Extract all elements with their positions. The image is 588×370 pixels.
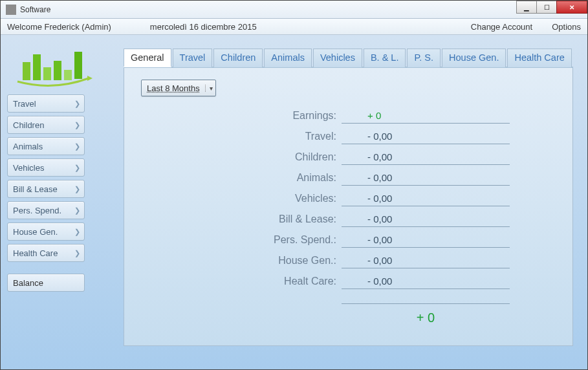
- sidebar-item-label: Animals: [13, 142, 43, 151]
- close-button[interactable]: [556, 1, 587, 14]
- sidebar-item-travel[interactable]: Travel❯: [7, 94, 85, 113]
- svg-rect-2: [33, 54, 41, 80]
- sidebar-item-vehicles[interactable]: Vehicles❯: [7, 158, 85, 177]
- row-pers-spend: Pers. Spend.:- 0,00: [232, 230, 510, 250]
- minimize-button[interactable]: [516, 1, 537, 14]
- welcome-text: Welcome Frederick (Admin): [7, 22, 111, 32]
- row-house-gen: House Gen.:- 0,00: [232, 250, 510, 271]
- tab-strip: General Travel Children Animals Vehicles…: [124, 48, 573, 68]
- row-value: - 0,00: [342, 170, 510, 186]
- tab-bl[interactable]: B. & L.: [364, 49, 406, 67]
- window-controls: [517, 1, 587, 14]
- sidebar-item-pers-spend[interactable]: Pers. Spend.❯: [7, 201, 85, 219]
- change-account-link[interactable]: Change Account: [471, 22, 532, 32]
- app-icon: [6, 5, 16, 15]
- row-children: Children:- 0,00: [232, 147, 510, 168]
- sidebar-item-bill-lease[interactable]: Bill & Lease❯: [7, 180, 85, 198]
- svg-rect-1: [23, 62, 30, 80]
- row-label: Pers. Spend.:: [232, 234, 342, 246]
- row-value: - 0,00: [342, 253, 510, 268]
- row-value: - 0,00: [342, 232, 510, 248]
- window-title: Software: [20, 5, 50, 14]
- date-text: mercoledì 16 dicembre 2015: [150, 22, 257, 32]
- sidebar-item-balance[interactable]: Balance: [7, 274, 85, 292]
- tab-general[interactable]: General: [124, 49, 171, 67]
- row-animals: Animals:- 0,00: [232, 168, 510, 188]
- row-label: Travel:: [232, 131, 342, 142]
- summary-rows: Earnings:+ 0 Travel:- 0,00 Children:- 0,…: [232, 105, 510, 325]
- chevron-right-icon: ❯: [74, 185, 80, 193]
- svg-rect-6: [74, 52, 82, 79]
- titlebar[interactable]: Software: [1, 1, 587, 19]
- row-bill-lease: Bill & Lease:- 0,00: [232, 209, 510, 230]
- row-value: - 0,00: [342, 212, 510, 227]
- info-bar: Welcome Frederick (Admin) mercoledì 16 d…: [1, 19, 587, 35]
- chevron-down-icon: ▾: [205, 85, 213, 92]
- period-dropdown[interactable]: Last 8 Months ▾: [141, 80, 216, 96]
- sidebar-item-label: Children: [13, 120, 44, 130]
- chevron-right-icon: ❯: [74, 142, 80, 151]
- tab-travel[interactable]: Travel: [173, 49, 213, 67]
- row-value: - 0,00: [342, 191, 510, 206]
- sidebar-item-label: Pers. Spend.: [13, 206, 61, 215]
- tab-house-gen[interactable]: House Gen.: [442, 49, 506, 67]
- chevron-right-icon: ❯: [74, 249, 80, 257]
- row-value: - 0,00: [342, 129, 510, 144]
- sidebar-item-label: Bill & Lease: [13, 184, 58, 194]
- row-label: Animals:: [232, 172, 342, 184]
- period-selected: Last 8 Months: [147, 83, 200, 93]
- tab-vehicles[interactable]: Vehicles: [313, 49, 362, 67]
- sidebar: Travel❯ Children❯ Animals❯ Vehicles❯ Bil…: [1, 35, 117, 369]
- content-area: General Travel Children Animals Vehicles…: [117, 35, 587, 369]
- row-label: Children:: [232, 151, 342, 163]
- chevron-right-icon: ❯: [74, 228, 80, 236]
- options-link[interactable]: Options: [552, 22, 581, 32]
- row-value: - 0,00: [342, 274, 510, 289]
- tab-ps[interactable]: P. S.: [407, 49, 441, 67]
- tab-children[interactable]: Children: [213, 49, 263, 67]
- logo-chart-icon: [11, 43, 95, 88]
- row-earnings: Earnings:+ 0: [232, 105, 510, 126]
- svg-rect-4: [54, 61, 61, 80]
- sidebar-item-animals[interactable]: Animals❯: [7, 137, 85, 155]
- row-value: + 0: [342, 108, 510, 124]
- row-vehicles: Vehicles:- 0,00: [232, 188, 510, 209]
- total-value: + 0: [342, 303, 510, 325]
- chevron-right-icon: ❯: [74, 164, 80, 172]
- sidebar-item-label: Travel: [13, 99, 36, 109]
- tab-health-care[interactable]: Health Care: [507, 49, 571, 67]
- sidebar-item-label: Vehicles: [13, 163, 44, 173]
- sidebar-item-house-gen[interactable]: House Gen.❯: [7, 223, 85, 241]
- sidebar-item-label: House Gen.: [13, 227, 58, 237]
- row-label: House Gen.:: [232, 255, 342, 267]
- row-label: Vehicles:: [232, 193, 342, 204]
- svg-rect-3: [43, 67, 51, 80]
- row-travel: Travel:- 0,00: [232, 126, 510, 147]
- svg-rect-5: [64, 70, 72, 80]
- chevron-right-icon: ❯: [74, 121, 80, 129]
- row-label: Healt Care:: [232, 276, 342, 287]
- row-label: Earnings:: [232, 110, 342, 122]
- sidebar-item-children[interactable]: Children❯: [7, 116, 85, 134]
- row-health-care: Healt Care:- 0,00: [232, 271, 510, 292]
- tab-animals[interactable]: Animals: [264, 49, 312, 67]
- main-body: Travel❯ Children❯ Animals❯ Vehicles❯ Bil…: [1, 35, 587, 369]
- tab-content-general: Last 8 Months ▾ Earnings:+ 0 Travel:- 0,…: [124, 68, 573, 346]
- maximize-button[interactable]: [536, 1, 557, 14]
- sidebar-item-label: Balance: [13, 278, 43, 288]
- sidebar-item-health-care[interactable]: Health Care❯: [7, 244, 85, 262]
- row-label: Bill & Lease:: [232, 213, 342, 225]
- chevron-right-icon: ❯: [74, 206, 80, 215]
- svg-marker-0: [87, 76, 93, 81]
- sidebar-item-label: Health Care: [13, 248, 58, 258]
- chevron-right-icon: ❯: [74, 100, 80, 108]
- row-value: - 0,00: [342, 149, 510, 165]
- app-window: Software Welcome Frederick (Admin) merco…: [0, 0, 588, 370]
